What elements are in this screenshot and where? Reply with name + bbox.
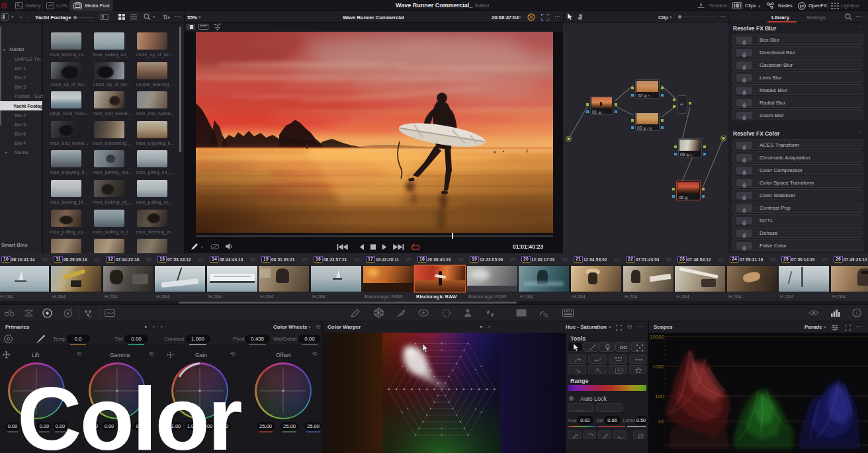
svg-text:100: 100 xyxy=(655,393,664,399)
svg-text:1000: 1000 xyxy=(652,364,664,370)
svg-text:i: i xyxy=(856,310,857,316)
svg-text:10: 10 xyxy=(658,419,664,425)
svg-text:10000: 10000 xyxy=(650,334,665,340)
svg-text:fx: fx xyxy=(800,3,804,9)
